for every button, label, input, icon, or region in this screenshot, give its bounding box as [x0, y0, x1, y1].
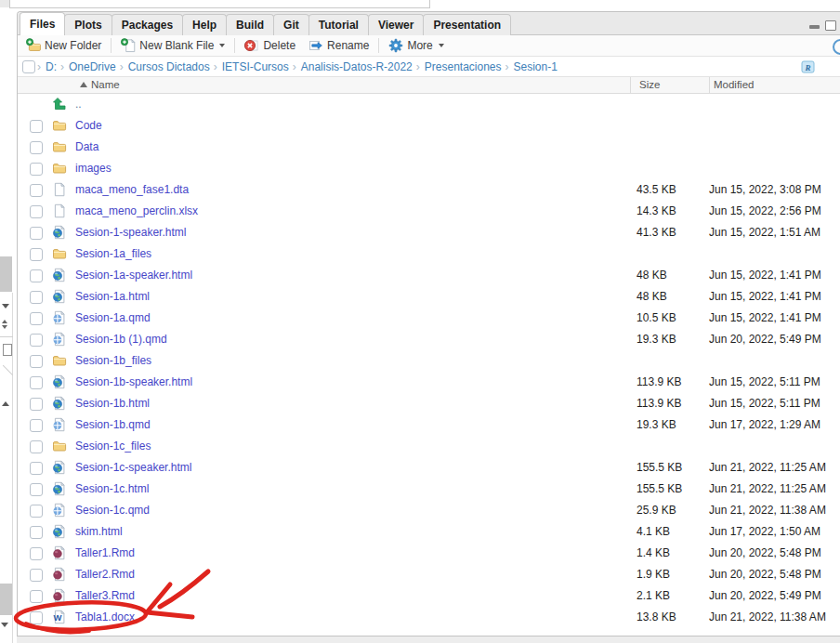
breadcrumb-drive[interactable]: D:	[37, 60, 57, 73]
row-checkbox[interactable]	[30, 376, 43, 389]
row-checkbox[interactable]	[30, 590, 43, 603]
tab-viewer[interactable]: Viewer	[368, 14, 424, 35]
scroll-up-icon[interactable]	[2, 401, 9, 406]
minimize-pane-icon[interactable]	[809, 25, 820, 29]
dropdown-caret-icon	[219, 44, 225, 47]
refresh-icon[interactable]	[833, 39, 840, 55]
row-checkbox[interactable]	[30, 505, 43, 518]
tab-files[interactable]: Files	[20, 12, 65, 35]
file-link[interactable]: Taller3.Rmd	[75, 589, 135, 602]
file-link[interactable]: Sesion-1a-speaker.html	[75, 269, 192, 282]
breadcrumb-ietsi-cursos[interactable]: IETSI-Cursos	[214, 60, 289, 73]
file-link[interactable]: Sesion-1c-speaker.html	[75, 461, 191, 474]
table-row: Code	[18, 115, 840, 137]
file-link[interactable]: images	[75, 162, 112, 175]
file-link[interactable]: maca_meno_fase1.dta	[75, 183, 189, 196]
row-checkbox[interactable]	[30, 163, 43, 176]
new-folder-button[interactable]: New Folder	[22, 38, 105, 53]
file-link[interactable]: Tabla1.docx	[75, 610, 135, 623]
column-header-size[interactable]: Size	[639, 79, 660, 90]
row-checkbox[interactable]	[30, 483, 43, 496]
maximize-pane-icon[interactable]	[825, 20, 836, 31]
file-modified: Jun 15, 2022, 1:41 PM	[709, 290, 821, 303]
file-link[interactable]: Code	[75, 119, 102, 132]
file-link[interactable]: Sesion-1b.qmd	[75, 418, 151, 431]
column-header-modified[interactable]: Modified	[714, 79, 754, 90]
more-button[interactable]: More	[385, 38, 447, 53]
file-link[interactable]: Sesion-1b (1).qmd	[75, 333, 167, 346]
new-folder-icon	[26, 38, 41, 53]
row-checkbox[interactable]	[30, 141, 43, 154]
row-checkbox[interactable]	[30, 462, 43, 475]
file-link[interactable]: Sesion-1c.qmd	[75, 504, 150, 517]
upper-pane-left-border	[9, 0, 10, 8]
file-link[interactable]: Sesion-1b_files	[75, 354, 151, 367]
row-checkbox[interactable]	[30, 227, 43, 240]
column-separator	[709, 77, 710, 93]
row-checkbox[interactable]	[30, 569, 43, 582]
file-link[interactable]: skim.html	[75, 525, 123, 538]
file-link[interactable]: Sesion-1c_files	[75, 440, 151, 453]
row-checkbox[interactable]	[30, 312, 43, 325]
row-checkbox[interactable]	[30, 440, 43, 453]
row-checkbox[interactable]	[30, 334, 43, 347]
scroll-down-icon-bottom[interactable]	[1, 623, 8, 627]
up-icon	[52, 97, 67, 112]
breadcrumb-cursos-dictados[interactable]: Cursos Dictados	[120, 60, 210, 73]
row-checkbox[interactable]	[30, 184, 43, 197]
file-link[interactable]: Sesion-1c.html	[75, 482, 149, 495]
breadcrumb-onedrive[interactable]: OneDrive	[60, 60, 116, 73]
file-link[interactable]: Sesion-1a.html	[75, 290, 150, 303]
tab-presentation[interactable]: Presentation	[423, 14, 511, 35]
file-size: 155.5 KB	[637, 461, 682, 474]
row-checkbox[interactable]	[30, 355, 43, 368]
file-size: 14.3 KB	[637, 204, 676, 217]
row-checkbox[interactable]	[30, 547, 43, 560]
breadcrumb-analisis-datos[interactable]: Analisis-Datos-R-2022	[293, 60, 413, 73]
tab-build[interactable]: Build	[226, 14, 274, 35]
delete-button[interactable]: Delete	[241, 38, 299, 53]
row-checkbox[interactable]	[30, 248, 43, 261]
row-checkbox[interactable]	[30, 419, 43, 432]
breadcrumb-sesion-1[interactable]: Sesion-1	[505, 60, 558, 73]
row-checkbox[interactable]	[30, 398, 43, 411]
row-checkbox[interactable]	[30, 120, 43, 133]
row-checkbox[interactable]	[30, 526, 43, 539]
file-link[interactable]: Data	[75, 140, 98, 153]
qmd-icon	[52, 332, 67, 347]
tab-help[interactable]: Help	[182, 14, 227, 35]
left-scrollbar-thumb-bottom[interactable]	[0, 584, 12, 615]
left-scrollbar-thumb[interactable]	[0, 256, 12, 292]
tab-git[interactable]: Git	[273, 14, 309, 35]
tab-packages[interactable]: Packages	[112, 14, 183, 35]
file-link[interactable]: Taller2.Rmd	[75, 568, 135, 581]
file-link[interactable]: Sesion-1a_files	[75, 247, 151, 260]
tab-plots[interactable]: Plots	[64, 14, 112, 35]
file-link[interactable]: ..	[75, 98, 82, 111]
gear-icon	[388, 38, 403, 53]
file-modified: Jun 15, 2022, 1:51 AM	[709, 226, 820, 239]
column-header-name[interactable]: Name	[80, 79, 120, 90]
row-checkbox[interactable]	[30, 291, 43, 304]
table-row: Sesion-1a.qmd 10.5 KB Jun 15, 2022, 1:41…	[18, 308, 840, 329]
html-icon	[52, 460, 67, 475]
scroll-down-icon[interactable]	[2, 304, 9, 308]
file-link[interactable]: Sesion-1-speaker.html	[75, 226, 186, 239]
row-checkbox[interactable]	[30, 269, 43, 282]
r-project-icon[interactable]: R	[801, 59, 816, 77]
rename-button[interactable]: Rename	[305, 38, 373, 53]
stepper-icon[interactable]	[2, 320, 7, 329]
new-blank-file-button[interactable]: New Blank File	[117, 38, 229, 53]
tab-tutorial[interactable]: Tutorial	[308, 14, 369, 35]
breadcrumb-presentaciones[interactable]: Presentaciones	[416, 60, 502, 73]
file-link[interactable]: Sesion-1b-speaker.html	[75, 375, 192, 388]
file-modified: Jun 17, 2022, 1:29 AM	[709, 418, 820, 431]
select-all-checkbox[interactable]	[22, 60, 35, 73]
file-link[interactable]: Taller1.Rmd	[75, 546, 135, 559]
file-link[interactable]: Sesion-1a.qmd	[75, 311, 151, 324]
file-link[interactable]: Sesion-1b.html	[75, 397, 150, 410]
row-checkbox[interactable]	[30, 205, 43, 218]
file-link[interactable]: maca_meno_perclin.xlsx	[75, 204, 198, 217]
table-row: Taller3.Rmd 2.1 KB Jun 20, 2022, 5:49 PM	[18, 585, 840, 607]
row-checkbox[interactable]	[30, 611, 43, 624]
